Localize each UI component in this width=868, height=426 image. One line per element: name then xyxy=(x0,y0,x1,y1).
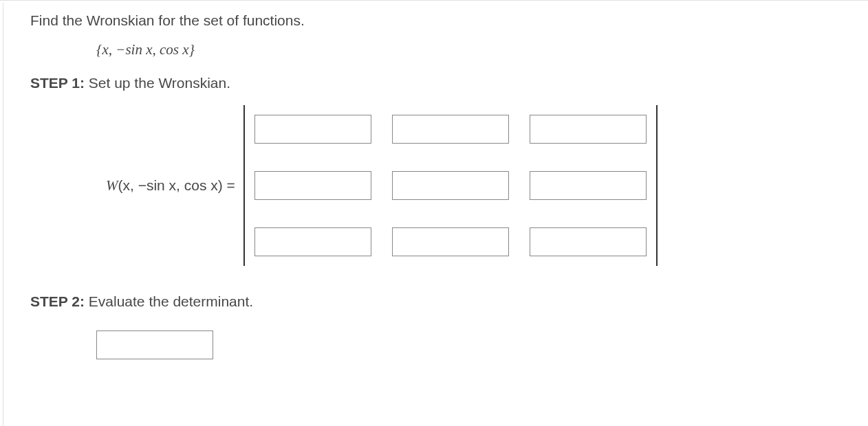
step-1-text: Set up the Wronskian. xyxy=(85,75,230,91)
function-set: {x, −sin x, cos x} xyxy=(96,41,854,58)
function-set-text: {x, −sin x, cos x} xyxy=(96,41,195,58)
determinant-answer-input[interactable] xyxy=(96,330,213,359)
determinant-grid xyxy=(245,105,656,266)
determinant xyxy=(243,105,658,266)
det-right-bar xyxy=(656,105,658,266)
step-1-label: STEP 1: xyxy=(30,75,85,91)
question-prompt: Find the Wronskian for the set of functi… xyxy=(30,12,854,29)
step-2-section: STEP 2: Evaluate the determinant. xyxy=(30,293,854,359)
left-divider xyxy=(3,3,3,426)
matrix-cell-0-1[interactable] xyxy=(392,115,509,144)
step-2-text: Evaluate the determinant. xyxy=(85,293,253,309)
step-1-line: STEP 1: Set up the Wronskian. xyxy=(30,75,854,91)
matrix-cell-1-1[interactable] xyxy=(392,171,509,200)
question-content: Find the Wronskian for the set of functi… xyxy=(30,12,854,359)
matrix-cell-2-2[interactable] xyxy=(530,227,647,256)
matrix-cell-0-0[interactable] xyxy=(254,115,371,144)
step-2-label: STEP 2: xyxy=(30,293,85,309)
step-2-line: STEP 2: Evaluate the determinant. xyxy=(30,293,854,310)
matrix-cell-1-0[interactable] xyxy=(254,171,371,200)
top-divider xyxy=(0,0,868,1)
matrix-cell-0-2[interactable] xyxy=(530,115,647,144)
matrix-cell-2-1[interactable] xyxy=(392,227,509,256)
wronskian-w: W xyxy=(106,177,118,194)
matrix-cell-1-2[interactable] xyxy=(530,171,647,200)
wronskian-label: W(x, −sin x, cos x) = xyxy=(106,177,235,194)
matrix-cell-2-0[interactable] xyxy=(254,227,371,256)
wronskian-args: (x, −sin x, cos x) = xyxy=(118,177,235,193)
wronskian-row: W(x, −sin x, cos x) = xyxy=(106,105,854,266)
